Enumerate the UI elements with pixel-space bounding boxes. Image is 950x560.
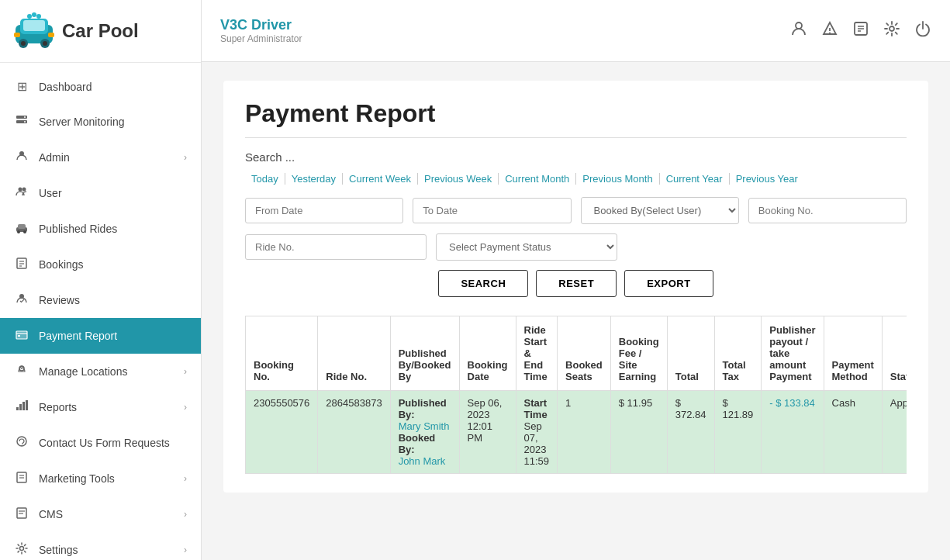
sidebar-item-marketing-tools[interactable]: Marketing Tools › [0, 461, 201, 496]
settings-icon [14, 542, 29, 558]
header-icons [790, 20, 931, 41]
sidebar-item-payment-report[interactable]: Payment Report [0, 318, 201, 354]
cms-chevron-icon: › [184, 509, 187, 520]
cell-total: $ 372.84 [667, 391, 714, 474]
col-published-by: Published By/Booked By [390, 316, 459, 391]
booked-by-select[interactable]: Booked By(Select User) [581, 197, 739, 224]
payment-status-select[interactable]: Select Payment Status Approved Pending R… [436, 233, 617, 261]
reports-chevron-icon: › [184, 402, 187, 413]
filter-current-month[interactable]: Current Month [499, 173, 576, 185]
manage-locations-chevron-icon: › [184, 366, 187, 377]
sidebar-label-user: User [39, 187, 187, 199]
cell-payment-method: Cash [824, 391, 882, 474]
sidebar-label-payment-report: Payment Report [39, 330, 187, 342]
search-label: Search ... [245, 150, 907, 164]
table-row: 2305550576 2864583873 Published By: Mary… [246, 391, 907, 474]
svg-point-32 [21, 368, 22, 369]
content-card: Payment Report Search ... Today Yesterda… [223, 81, 928, 493]
sidebar-item-reviews[interactable]: Reviews [0, 282, 201, 318]
page-title: Payment Report [245, 99, 907, 128]
cell-booking-fee: $ 11.95 [610, 391, 667, 474]
filter-previous-week[interactable]: Previous Week [418, 173, 499, 185]
header-role: Super Administrator [220, 33, 302, 44]
svg-point-10 [32, 12, 36, 17]
cms-icon [14, 506, 29, 522]
from-date-input[interactable] [245, 198, 403, 223]
col-booking-no: Booking No. [246, 316, 318, 391]
user-icon [14, 185, 29, 201]
table-wrapper: Booking No. Ride No. Published By/Booked… [245, 316, 907, 474]
svg-point-15 [24, 121, 26, 123]
publisher-name-link[interactable]: Mary Smith [399, 420, 450, 432]
svg-point-53 [890, 26, 894, 31]
sidebar-item-dashboard[interactable]: ⊞ Dashboard [0, 69, 201, 104]
contact-us-icon [14, 435, 29, 451]
sidebar-label-settings: Settings [39, 544, 184, 556]
reports-icon [14, 399, 29, 415]
filter-current-year[interactable]: Current Year [660, 173, 730, 185]
filter-row-1: Booked By(Select User) [245, 197, 907, 224]
to-date-input[interactable] [413, 198, 571, 223]
booking-no-input[interactable] [748, 198, 907, 223]
edit-icon[interactable] [852, 20, 869, 41]
export-button[interactable]: EXPORT [624, 270, 713, 297]
header: V3C Driver Super Administrator [202, 0, 950, 62]
sidebar-item-admin[interactable]: Admin › [0, 140, 201, 175]
filter-previous-month[interactable]: Previous Month [576, 173, 659, 185]
sidebar: Car Pool ⊞ Dashboard Server Monitoring A… [0, 0, 202, 560]
reset-button[interactable]: RESET [536, 270, 617, 297]
sidebar-label-marketing-tools: Marketing Tools [39, 472, 184, 485]
alert-icon[interactable] [821, 20, 838, 41]
cell-payout: - $ 133.84 [762, 391, 824, 474]
filter-previous-year[interactable]: Previous Year [730, 173, 804, 185]
search-button[interactable]: SEARCH [438, 270, 528, 297]
payment-report-table: Booking No. Ride No. Published By/Booked… [245, 316, 907, 474]
svg-rect-7 [14, 33, 20, 37]
power-icon[interactable] [914, 20, 931, 41]
published-rides-icon [14, 221, 29, 237]
svg-point-5 [21, 41, 26, 46]
sidebar-nav: ⊞ Dashboard Server Monitoring Admin › Us… [0, 63, 201, 560]
cell-booking-no: 2305550576 [246, 391, 318, 474]
svg-point-48 [829, 33, 831, 34]
svg-rect-20 [18, 224, 26, 229]
sidebar-item-user[interactable]: User [0, 175, 201, 211]
published-by-label: Published By: [399, 397, 447, 420]
col-booking-fee: Booking Fee / Site Earning [610, 316, 667, 391]
svg-rect-30 [18, 335, 20, 337]
profile-icon[interactable] [790, 20, 807, 41]
marketing-tools-chevron-icon: › [184, 473, 187, 484]
payment-report-icon [14, 328, 29, 344]
filter-yesterday[interactable]: Yesterday [285, 173, 343, 185]
svg-point-37 [17, 437, 26, 446]
settings-chevron-icon: › [184, 544, 187, 555]
sidebar-label-admin: Admin [39, 151, 184, 164]
sidebar-logo: Car Pool [0, 0, 201, 63]
sidebar-label-reports: Reports [39, 401, 184, 413]
admin-icon [14, 150, 29, 165]
svg-point-38 [21, 445, 22, 446]
sidebar-item-bookings[interactable]: Bookings [0, 247, 201, 282]
payout-link[interactable]: - $ 133.84 [769, 397, 815, 409]
svg-point-18 [22, 188, 26, 192]
ride-no-input[interactable] [245, 234, 427, 260]
bookings-icon [14, 257, 29, 272]
col-payment-method: Payment Method [824, 316, 882, 391]
sidebar-item-contact-us[interactable]: Contact Us Form Requests [0, 425, 201, 461]
filter-today[interactable]: Today [245, 173, 285, 185]
svg-point-9 [27, 14, 32, 19]
filter-current-week[interactable]: Current Week [343, 173, 418, 185]
dashboard-icon: ⊞ [14, 79, 29, 94]
sidebar-item-reports[interactable]: Reports › [0, 389, 201, 425]
cell-booked-seats: 1 [558, 391, 611, 474]
sidebar-item-cms[interactable]: CMS › [0, 496, 201, 532]
sidebar-item-settings[interactable]: Settings › [0, 532, 201, 560]
svg-point-22 [23, 230, 26, 233]
sidebar-item-manage-locations[interactable]: Manage Locations › [0, 354, 201, 389]
divider [245, 137, 907, 138]
main-area: V3C Driver Super Administrator Payment R… [202, 0, 950, 560]
sidebar-item-published-rides[interactable]: Published Rides [0, 211, 201, 247]
gear-icon[interactable] [883, 20, 900, 41]
sidebar-item-server-monitoring[interactable]: Server Monitoring [0, 104, 201, 140]
booker-name-link[interactable]: John Mark [399, 455, 446, 467]
